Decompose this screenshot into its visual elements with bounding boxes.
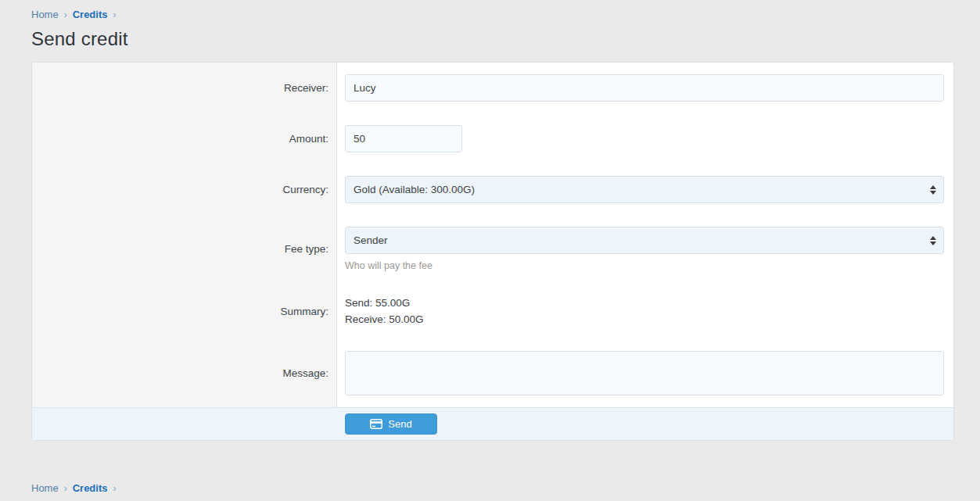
message-label: Message: bbox=[32, 339, 337, 407]
currency-cell: Gold (Available: 300.00G) bbox=[337, 164, 953, 215]
message-textarea[interactable] bbox=[345, 351, 944, 395]
currency-selected-value: Gold (Available: 300.00G) bbox=[354, 184, 475, 195]
summary-send-line: Send: 55.00G bbox=[345, 295, 944, 311]
receiver-label: Receiver: bbox=[32, 63, 337, 113]
breadcrumb-link-home[interactable]: Home bbox=[31, 9, 59, 20]
form-grid: Receiver: Amount: Currency: Gold (Availa… bbox=[32, 63, 953, 407]
credit-card-icon bbox=[370, 419, 382, 429]
page-title: Send credit bbox=[31, 28, 980, 50]
amount-input[interactable] bbox=[345, 125, 462, 152]
message-cell bbox=[337, 339, 953, 407]
amount-label: Amount: bbox=[32, 113, 337, 164]
fee-type-select[interactable]: Sender bbox=[345, 227, 944, 254]
select-arrows-icon bbox=[930, 236, 936, 245]
send-button[interactable]: Send bbox=[345, 413, 437, 435]
chevron-right-icon: › bbox=[64, 483, 67, 494]
breadcrumb-link-home[interactable]: Home bbox=[31, 482, 59, 494]
chevron-right-icon: › bbox=[113, 483, 116, 494]
fee-type-label: Fee type: bbox=[32, 215, 337, 283]
fee-type-hint: Who will pay the fee bbox=[345, 260, 944, 271]
receiver-input[interactable] bbox=[345, 74, 944, 102]
breadcrumb-link-credits[interactable]: Credits bbox=[73, 482, 108, 494]
select-arrows-icon bbox=[930, 185, 936, 195]
fee-type-cell: Sender Who will pay the fee bbox=[337, 215, 953, 283]
form-footer-bar: Send bbox=[32, 407, 953, 440]
currency-label: Currency: bbox=[32, 164, 337, 215]
summary-label: Summary: bbox=[32, 283, 337, 339]
send-button-label: Send bbox=[388, 418, 411, 430]
chevron-right-icon: › bbox=[113, 9, 116, 20]
amount-cell bbox=[337, 113, 953, 164]
summary-receive-line: Receive: 50.00G bbox=[345, 311, 944, 327]
currency-select[interactable]: Gold (Available: 300.00G) bbox=[345, 176, 944, 203]
breadcrumb-bottom: Home › Credits › bbox=[0, 441, 980, 494]
fee-type-selected-value: Sender bbox=[354, 234, 388, 246]
breadcrumb-link-credits[interactable]: Credits bbox=[73, 9, 108, 20]
chevron-right-icon: › bbox=[64, 9, 67, 20]
breadcrumb: Home › Credits › bbox=[0, 0, 980, 20]
send-credit-form: Receiver: Amount: Currency: Gold (Availa… bbox=[31, 62, 954, 441]
summary-cell: Send: 55.00G Receive: 50.00G bbox=[337, 283, 953, 339]
receiver-cell bbox=[337, 63, 953, 113]
